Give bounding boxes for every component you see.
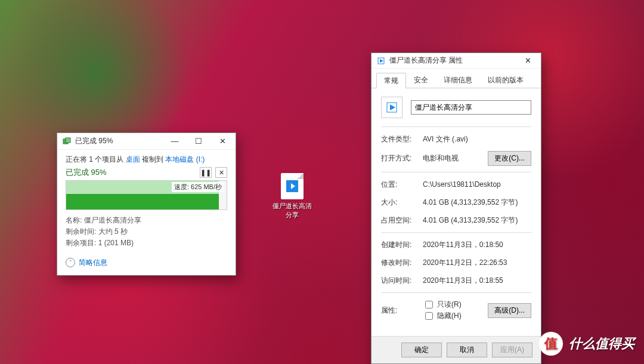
- size-on-disk-value: 4.01 GB (4,313,239,552 字节): [423, 215, 531, 226]
- video-file-icon: [281, 173, 304, 199]
- desktop-file-icon[interactable]: 僵尸道长高清分享: [271, 173, 313, 220]
- props-window-icon: [376, 56, 386, 66]
- size-value: 4.01 GB (4,313,239,552 字节): [423, 198, 531, 208]
- cancel-button[interactable]: 取消: [447, 343, 487, 357]
- watermark-text: 什么值得买: [569, 335, 634, 353]
- accessed-value: 2020年11月3日，0:18:55: [423, 276, 531, 286]
- chevron-up-icon: ˄: [66, 258, 75, 267]
- watermark: 值 什么值得买: [539, 332, 634, 356]
- watermark-badge-icon: 值: [539, 332, 563, 356]
- props-tabs: 常规 安全 详细信息 以前的版本: [371, 69, 541, 88]
- open-with-value: 电影和电视: [423, 153, 488, 164]
- close-button[interactable]: ✕: [210, 134, 234, 149]
- file-type-icon: [381, 97, 402, 118]
- properties-window: 僵尸道长高清分享 属性 ✕ 常规 安全 详细信息 以前的版本 文件类型: AVI…: [371, 53, 541, 364]
- dest-link[interactable]: 本地磁盘 (I:): [165, 155, 205, 164]
- ok-button[interactable]: 确定: [401, 343, 442, 357]
- filename-input[interactable]: [411, 100, 531, 115]
- props-close-button[interactable]: ✕: [516, 53, 540, 69]
- location-value: C:\Users\19811\Desktop: [423, 180, 531, 189]
- hidden-checkbox[interactable]: 隐藏(H): [423, 310, 462, 322]
- speed-label: 速度: 625 MB/秒: [172, 182, 224, 192]
- props-titlebar[interactable]: 僵尸道长高清分享 属性 ✕: [371, 53, 541, 69]
- cancel-copy-button[interactable]: ✕: [215, 167, 227, 178]
- progress-percent-text: 已完成 95%: [66, 167, 107, 178]
- modified-value: 2020年11月2日，22:26:53: [423, 258, 531, 268]
- brief-info-toggle[interactable]: ˄ 简略信息: [66, 258, 227, 268]
- maximize-button[interactable]: ☐: [187, 134, 210, 149]
- svg-rect-1: [66, 138, 70, 143]
- pause-button[interactable]: ❚❚: [200, 167, 212, 178]
- readonly-checkbox[interactable]: 只读(R): [423, 299, 462, 310]
- copy-progress-window: 已完成 95% — ☐ ✕ 正在将 1 个项目从 桌面 複制到 本地磁盘 (I:…: [57, 132, 236, 276]
- tab-security[interactable]: 安全: [406, 72, 436, 88]
- tab-previous-versions[interactable]: 以前的版本: [480, 72, 531, 88]
- tab-details[interactable]: 详细信息: [436, 72, 480, 88]
- advanced-button[interactable]: 高级(D)...: [488, 303, 531, 318]
- source-link[interactable]: 桌面: [126, 155, 140, 164]
- props-window-title: 僵尸道长高清分享 属性: [389, 55, 516, 66]
- copy-window-title: 已完成 95%: [75, 136, 163, 146]
- copy-titlebar[interactable]: 已完成 95% — ☐ ✕: [57, 133, 236, 150]
- copy-window-icon: [62, 137, 72, 146]
- apply-button[interactable]: 应用(A): [492, 343, 532, 357]
- minimize-button[interactable]: —: [163, 134, 187, 149]
- progress-graph: 速度: 625 MB/秒: [66, 180, 227, 210]
- copy-details: 名称: 僵尸道长高清分享 剩余时间: 大约 5 秒 剩余项目: 1 (201 M…: [66, 215, 227, 249]
- tab-general[interactable]: 常规: [376, 73, 406, 88]
- file-type-value: AVI 文件 (.avi): [423, 134, 531, 144]
- copy-status-line: 正在将 1 个项目从 桌面 複制到 本地磁盘 (I:): [66, 155, 227, 165]
- desktop-file-label: 僵尸道长高清分享: [271, 202, 313, 220]
- created-value: 2020年11月3日，0:18:50: [423, 240, 531, 250]
- change-open-with-button[interactable]: 更改(C)...: [488, 151, 531, 166]
